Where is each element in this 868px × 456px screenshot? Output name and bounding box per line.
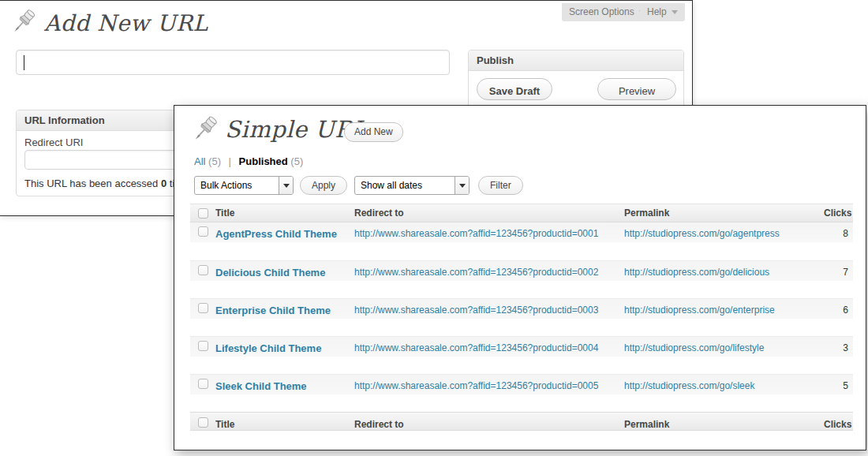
text-cursor xyxy=(24,55,24,70)
filter-published-label: Published xyxy=(239,155,288,167)
row-checkbox[interactable] xyxy=(198,303,208,313)
clicks-count: 8 xyxy=(824,222,853,239)
preview-button[interactable]: Preview xyxy=(597,78,676,100)
permalink-link[interactable]: http://studiopress.com/go/agentpress xyxy=(624,228,780,239)
row-title-link[interactable]: Enterprise Child Theme xyxy=(215,305,331,316)
pushpin-icon xyxy=(190,114,222,145)
redirect-uri-label: Redirect URI xyxy=(24,136,83,148)
help-label: Help xyxy=(647,6,667,17)
table-toolbar: Bulk Actions Apply Show all dates Filter xyxy=(174,176,866,196)
row-checkbox[interactable] xyxy=(198,226,208,237)
filter-separator: | xyxy=(229,155,231,167)
screen-options-tab[interactable]: Screen Options xyxy=(562,3,653,21)
title-input[interactable] xyxy=(16,50,450,75)
dates-filter-select[interactable]: Show all dates xyxy=(354,176,470,195)
chevron-down-icon xyxy=(672,10,678,17)
help-tab[interactable]: Help xyxy=(640,3,685,21)
permalink-link[interactable]: http://studiopress.com/go/sleek xyxy=(624,380,754,391)
permalink-link[interactable]: http://studiopress.com/go/lifestyle xyxy=(624,342,764,353)
add-new-button[interactable]: Add New xyxy=(344,122,403,142)
table-header-row: Title Redirect to Permalink Clicks xyxy=(190,204,853,222)
permalink-link[interactable]: http://studiopress.com/go/delicious xyxy=(624,267,769,278)
simple-urls-window: Simple URLs Add New All (5) | Published … xyxy=(174,105,866,450)
column-footer-title: Title xyxy=(215,413,354,430)
clicks-count: 6 xyxy=(824,299,853,316)
clicks-count: 5 xyxy=(824,375,853,391)
column-footer-redirect-to: Redirect to xyxy=(354,413,624,430)
row-title-link[interactable]: Lifestyle Child Theme xyxy=(215,342,321,354)
redirect-to-link[interactable]: http://www.shareasale.com?affid=123456?p… xyxy=(354,267,598,278)
column-footer-clicks: Clicks xyxy=(824,413,853,430)
clicks-count: 3 xyxy=(824,337,853,353)
table-footer-row: Title Redirect to Permalink Clicks xyxy=(190,412,853,431)
redirect-to-link[interactable]: http://www.shareasale.com?affid=123456?p… xyxy=(354,305,598,316)
table-row: Delicious Child Theme http://www.shareas… xyxy=(190,260,853,298)
table-row: Lifestyle Child Theme http://www.shareas… xyxy=(190,336,853,374)
filter-all-count: (5) xyxy=(208,155,221,167)
screen-options-label: Screen Options xyxy=(569,6,634,17)
dates-filter-value: Show all dates xyxy=(361,180,422,191)
chevron-down-icon xyxy=(459,184,466,191)
pushpin-icon xyxy=(9,7,39,37)
filter-button[interactable]: Filter xyxy=(478,176,523,195)
access-count-note: This URL has been accessed 0 times. xyxy=(24,178,196,189)
table-row: AgentPress Child Theme http://www.sharea… xyxy=(190,222,853,260)
access-count-prefix: This URL has been accessed xyxy=(24,178,161,189)
column-header-clicks: Clicks xyxy=(824,207,853,219)
urls-table: Title Redirect to Permalink Clicks Agent… xyxy=(190,204,853,431)
row-checkbox[interactable] xyxy=(198,265,208,275)
clicks-count: 7 xyxy=(824,261,853,278)
row-title-link[interactable]: Sleek Child Theme xyxy=(215,380,307,392)
row-title-link[interactable]: AgentPress Child Theme xyxy=(215,228,337,240)
select-all-checkbox[interactable] xyxy=(198,208,208,219)
redirect-to-link[interactable]: http://www.shareasale.com?affid=123456?p… xyxy=(354,380,598,391)
save-draft-button[interactable]: Save Draft xyxy=(477,78,552,100)
row-checkbox[interactable] xyxy=(198,379,208,389)
chevron-down-icon xyxy=(283,184,290,191)
publish-box-title: Publish xyxy=(469,50,683,71)
filter-all-link[interactable]: All xyxy=(194,155,205,167)
filter-published-link[interactable]: Published xyxy=(239,155,288,167)
permalink-link[interactable]: http://studiopress.com/go/enterprise xyxy=(624,305,775,316)
column-header-permalink: Permalink xyxy=(624,207,824,219)
bulk-actions-value: Bulk Actions xyxy=(200,180,252,191)
filter-all-label: All xyxy=(194,155,205,167)
select-arrow-segment xyxy=(279,177,293,194)
redirect-to-link[interactable]: http://www.shareasale.com?affid=123456?p… xyxy=(354,342,598,353)
screenshot-canvas: Add New URL Screen Options Help Publish … xyxy=(0,0,868,456)
column-header-redirect-to: Redirect to xyxy=(354,207,624,219)
column-footer-permalink: Permalink xyxy=(624,413,824,430)
select-arrow-segment xyxy=(455,177,469,194)
column-header-title: Title xyxy=(215,207,354,219)
table-row: Enterprise Child Theme http://www.sharea… xyxy=(190,298,853,336)
page-title: Add New URL xyxy=(44,10,208,36)
redirect-to-link[interactable]: http://www.shareasale.com?affid=123456?p… xyxy=(354,228,598,239)
apply-button[interactable]: Apply xyxy=(300,176,347,195)
status-filter-links: All (5) | Published (5) xyxy=(194,155,303,167)
filter-published-count: (5) xyxy=(290,155,303,167)
publish-box: Publish Save Draft Preview xyxy=(468,50,684,111)
select-all-checkbox[interactable] xyxy=(198,417,208,428)
bulk-actions-select[interactable]: Bulk Actions xyxy=(194,176,294,195)
table-row: Sleek Child Theme http://www.shareasale.… xyxy=(190,374,853,412)
row-title-link[interactable]: Delicious Child Theme xyxy=(215,267,325,278)
row-checkbox[interactable] xyxy=(198,341,208,351)
